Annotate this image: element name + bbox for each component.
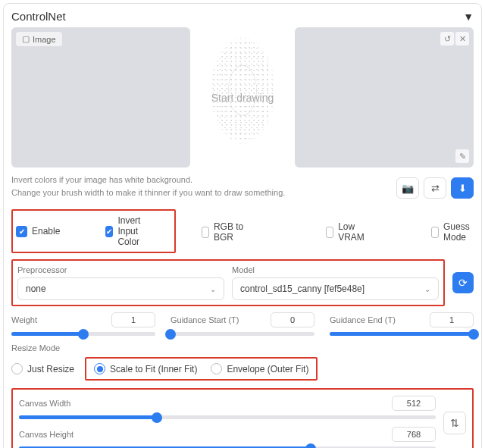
preprocessor-field: Preprocessor none ⌄	[17, 265, 224, 300]
resize-highlight: Scale to Fit (Inner Fit) Envelope (Outer…	[85, 357, 318, 381]
preprocessor-label: Preprocessor	[17, 265, 224, 274]
model-field: Model control_sd15_canny [fef5e48e] ⌄	[232, 265, 439, 300]
radio-off-icon	[211, 363, 222, 374]
canvas-row: ▢ Image Start drawing ↺ ✕ ✎	[11, 27, 474, 168]
hint-line1: Invert colors if your image has white ba…	[11, 174, 285, 186]
weight-slider-group: Weight1	[11, 312, 155, 336]
brush-icon[interactable]: ✎	[455, 149, 469, 163]
checkbox-off-icon	[326, 227, 333, 238]
rgb-checkbox[interactable]: RGB to BGR	[202, 221, 243, 243]
swap-icon: ⇄	[431, 183, 440, 194]
lowvram-label: Low VRAM	[338, 221, 368, 243]
resize-scale-radio[interactable]: Scale to Fit (Inner Fit)	[94, 363, 197, 374]
output-canvas[interactable]: ↺ ✕ ✎	[295, 27, 474, 168]
camera-icon: 📷	[402, 183, 414, 194]
hint-line2: Change your brush width to make it thinn…	[11, 186, 285, 199]
image-chip-label: Image	[33, 35, 56, 44]
guess-label: Guess Mode	[443, 221, 474, 243]
image-icon: ▢	[22, 34, 30, 44]
draw-placeholder-text: Start drawing	[211, 92, 274, 104]
panel-header[interactable]: ControlNet ▼	[11, 10, 474, 23]
controlnet-panel: ControlNet ▼ ▢ Image Start drawing ↺ ✕ ✎…	[3, 3, 482, 448]
weight-slider[interactable]	[11, 332, 155, 336]
resize-label: Resize Mode	[11, 343, 474, 352]
collapse-caret-icon[interactable]: ▼	[463, 11, 474, 23]
canvas-top-controls: ↺ ✕	[440, 32, 469, 45]
input-canvas[interactable]: ▢ Image	[11, 27, 190, 168]
hint-text: Invert colors if your image has white ba…	[11, 174, 285, 199]
checkbox-on-icon: ✔	[16, 226, 27, 237]
refresh-models-button[interactable]: ⟳	[452, 272, 474, 293]
invert-label: Invert Input Color	[117, 215, 144, 247]
resize-just-label: Just Resize	[27, 364, 74, 374]
guidance-sliders: Weight1 Guidance Start (T)0 Guidance End…	[11, 312, 474, 336]
model-selectors-highlight: Preprocessor none ⌄ Model control_sd15_c…	[11, 259, 445, 306]
radio-off-icon	[11, 363, 23, 374]
draw-canvas[interactable]: Start drawing	[193, 27, 292, 168]
camera-button[interactable]: 📷	[396, 177, 419, 199]
lowvram-checkbox[interactable]: Low VRAM	[326, 221, 368, 243]
swap-io-button[interactable]: ⇄	[424, 177, 446, 199]
canvas-width-slider[interactable]	[19, 415, 436, 419]
preprocessor-select[interactable]: none ⌄	[17, 277, 224, 300]
canvas-dims-highlight: Canvas Width512 Canvas Height768 ⇅	[11, 388, 474, 448]
canvas-dims-sliders: Canvas Width512 Canvas Height768	[19, 396, 436, 448]
gend-slider-group: Guidance End (T)1	[330, 312, 474, 336]
resize-env-radio[interactable]: Envelope (Outer Fit)	[211, 363, 308, 374]
swap-vert-icon: ⇅	[450, 417, 459, 429]
model-select[interactable]: control_sd15_canny [fef5e48e] ⌄	[232, 277, 439, 300]
resize-just-radio[interactable]: Just Resize	[11, 363, 74, 374]
undo-icon[interactable]: ↺	[440, 32, 454, 45]
invert-checkbox[interactable]: ✔Invert Input Color	[105, 215, 144, 247]
canvas-bottom-controls: ✎	[455, 149, 469, 163]
send-button[interactable]: ⬇	[451, 177, 474, 199]
radio-on-icon	[94, 363, 105, 374]
resize-mode-group: Resize Mode Just Resize Scale to Fit (In…	[11, 343, 474, 381]
chevron-down-icon: ⌄	[424, 285, 430, 293]
checkbox-off-icon	[431, 227, 439, 238]
gend-slider[interactable]	[330, 332, 474, 336]
canvas-height-label: Canvas Height	[19, 430, 74, 439]
send-icon: ⬇	[458, 183, 467, 194]
enable-checkbox[interactable]: ✔Enable	[16, 226, 60, 237]
hint-row: Invert colors if your image has white ba…	[11, 174, 474, 199]
preprocessor-value: none	[26, 284, 46, 294]
model-value: control_sd15_canny [fef5e48e]	[240, 284, 365, 294]
canvas-height-value[interactable]: 768	[392, 427, 436, 442]
guess-checkbox[interactable]: Guess Mode	[431, 221, 474, 243]
gend-label: Guidance End (T)	[330, 315, 396, 324]
model-selectors-wrap: Preprocessor none ⌄ Model control_sd15_c…	[11, 259, 445, 306]
resize-env-label: Envelope (Outer Fit)	[227, 364, 308, 374]
checkbox-off-icon	[202, 227, 209, 238]
panel-title: ControlNet	[11, 10, 66, 23]
gstart-label: Guidance Start (T)	[171, 315, 239, 324]
weight-label: Weight	[11, 315, 37, 324]
action-buttons: 📷 ⇄ ⬇	[396, 177, 474, 199]
canvas-width-label: Canvas Width	[19, 399, 70, 408]
resize-scale-label: Scale to Fit (Inner Fit)	[110, 364, 197, 374]
primary-checks-highlight: ✔Enable ✔Invert Input Color	[11, 209, 176, 253]
chevron-down-icon: ⌄	[210, 285, 216, 293]
close-icon[interactable]: ✕	[455, 32, 469, 45]
canvas-width-group: Canvas Width512	[19, 396, 436, 419]
gend-value[interactable]: 1	[430, 312, 474, 327]
canvas-height-group: Canvas Height768	[19, 427, 436, 448]
gstart-slider[interactable]	[171, 332, 314, 336]
checkbox-on-icon: ✔	[105, 226, 113, 237]
swap-dims-button[interactable]: ⇅	[443, 412, 466, 434]
gstart-slider-group: Guidance Start (T)0	[171, 312, 314, 336]
enable-label: Enable	[32, 226, 60, 237]
weight-value[interactable]: 1	[111, 312, 155, 327]
gstart-value[interactable]: 0	[271, 312, 314, 327]
refresh-icon: ⟳	[458, 277, 468, 289]
canvas-width-value[interactable]: 512	[392, 396, 436, 411]
image-chip[interactable]: ▢ Image	[16, 32, 62, 46]
model-label: Model	[232, 265, 439, 274]
rgb-label: RGB to BGR	[214, 221, 244, 243]
